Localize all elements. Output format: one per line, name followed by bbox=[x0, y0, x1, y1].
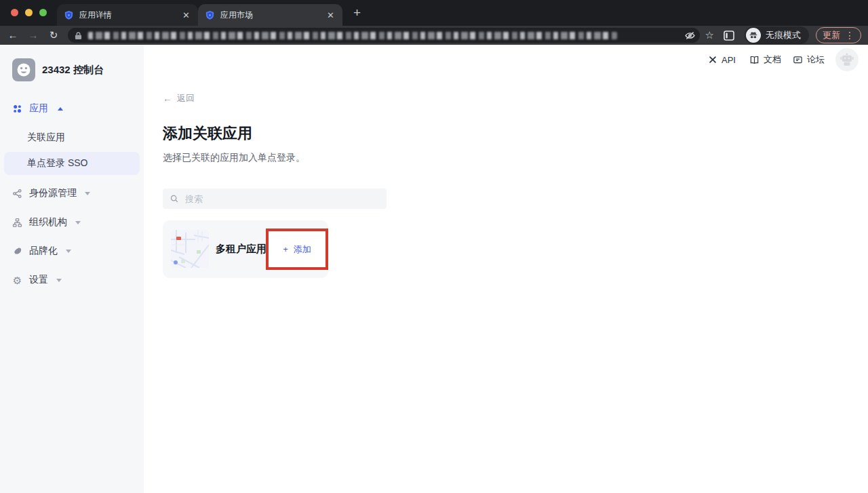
incognito-badge: 无痕模式 bbox=[745, 26, 809, 44]
new-tab-button[interactable]: + bbox=[351, 5, 363, 20]
screenshot-root: 应用详情 ✕ 应用市场 ✕ + ← → ↻ bbox=[0, 0, 868, 493]
incognito-label: 无痕模式 bbox=[766, 29, 801, 41]
address-bar[interactable] bbox=[68, 28, 700, 43]
browser-tab-app-detail[interactable]: 应用详情 ✕ bbox=[57, 4, 198, 26]
toolbar-right-controls: ☆ 无痕模式 更新 bbox=[679, 26, 868, 45]
sidebar-item-label: 设置 bbox=[29, 274, 48, 286]
sidebar-item-settings[interactable]: ⚙ 设置 bbox=[12, 273, 62, 287]
back-arrow-icon: ← bbox=[163, 94, 172, 103]
caret-down-icon bbox=[75, 221, 81, 224]
zoom-window-button[interactable] bbox=[39, 9, 47, 16]
browser-tab-app-market[interactable]: 应用市场 ✕ bbox=[198, 4, 342, 26]
sidebar-item-apps[interactable]: 应用 bbox=[12, 102, 63, 115]
tab-close-icon[interactable]: ✕ bbox=[326, 9, 336, 21]
forward-nav-icon[interactable]: → bbox=[26, 28, 41, 42]
api-link[interactable]: API bbox=[708, 53, 736, 66]
tab-title: 应用市场 bbox=[220, 9, 320, 21]
sidebar-item-label: 组织机构 bbox=[29, 216, 67, 229]
docs-link[interactable]: 文档 bbox=[749, 53, 781, 66]
brush-blob-icon bbox=[12, 246, 22, 256]
tab-close-icon[interactable]: ✕ bbox=[181, 9, 191, 21]
sidebar-item-label: 关联应用 bbox=[27, 132, 65, 144]
gear-icon: ⚙ bbox=[12, 275, 22, 285]
sidebar-item-label: 应用 bbox=[29, 102, 48, 115]
side-panel-icon[interactable] bbox=[724, 31, 734, 41]
browser-toolbar: ← → ↻ ☆ bbox=[0, 26, 868, 45]
browser-tabstrip: 应用详情 ✕ 应用市场 ✕ + bbox=[0, 0, 868, 26]
caret-down-icon bbox=[66, 250, 71, 253]
chat-icon bbox=[793, 55, 803, 65]
incognito-icon bbox=[746, 28, 761, 43]
brand-block[interactable]: 23432 控制台 bbox=[12, 58, 104, 81]
brand-title: 23432 控制台 bbox=[42, 64, 104, 77]
caret-down-icon bbox=[85, 192, 90, 195]
sidebar-item-identity-sources[interactable]: 身份源管理 bbox=[12, 186, 90, 200]
close-window-button[interactable] bbox=[11, 9, 18, 16]
app-card-multitenant: 多租户应用 + 添加 bbox=[163, 220, 328, 278]
update-label: 更新 bbox=[823, 29, 840, 41]
sidebar: 23432 控制台 应用 关联应用 单点登录 SSO bbox=[0, 45, 144, 493]
sidebar-item-label: 身份源管理 bbox=[29, 187, 77, 199]
caret-up-icon bbox=[58, 107, 63, 111]
forum-link[interactable]: 论坛 bbox=[793, 53, 825, 66]
redacted-url-text bbox=[88, 32, 617, 39]
app-thumbnail-map bbox=[171, 230, 209, 268]
brand-logo-icon bbox=[12, 58, 35, 81]
share-icon bbox=[12, 189, 22, 199]
search-icon bbox=[170, 194, 179, 203]
api-link-label: API bbox=[722, 55, 736, 65]
search-input[interactable] bbox=[184, 193, 380, 205]
plus-icon: + bbox=[283, 244, 288, 254]
minimize-window-button[interactable] bbox=[25, 9, 33, 16]
shield-favicon bbox=[205, 10, 215, 20]
window-controls bbox=[11, 9, 47, 16]
lock-icon bbox=[75, 31, 82, 40]
back-nav-icon[interactable]: ← bbox=[5, 28, 20, 42]
add-button-label: 添加 bbox=[294, 243, 311, 256]
app-name: 多租户应用 bbox=[216, 220, 267, 278]
add-button[interactable]: + 添加 bbox=[279, 243, 315, 256]
forum-link-label: 论坛 bbox=[807, 54, 825, 66]
sidebar-item-organization[interactable]: 组织机构 bbox=[12, 216, 81, 229]
page-subtitle: 选择已关联的应用加入单点登录。 bbox=[163, 152, 305, 164]
shield-favicon bbox=[64, 10, 74, 20]
tab-title: 应用详情 bbox=[79, 9, 176, 21]
docs-link-label: 文档 bbox=[764, 54, 781, 66]
book-icon bbox=[749, 55, 760, 65]
caret-down-icon bbox=[56, 279, 62, 282]
console-app: 23432 控制台 应用 关联应用 单点登录 SSO bbox=[0, 45, 868, 493]
search-box[interactable] bbox=[163, 189, 387, 209]
back-link[interactable]: ← 返回 bbox=[163, 93, 195, 104]
api-tools-icon bbox=[708, 55, 717, 64]
reload-icon[interactable]: ↻ bbox=[46, 28, 61, 42]
sidebar-item-sso[interactable]: 单点登录 SSO bbox=[4, 152, 140, 175]
bookmark-star-icon[interactable]: ☆ bbox=[705, 29, 714, 41]
org-tree-icon bbox=[12, 218, 22, 228]
sidebar-item-label: 单点登录 SSO bbox=[27, 157, 87, 170]
user-avatar[interactable] bbox=[835, 48, 859, 71]
kebab-menu-icon[interactable]: ⋮ bbox=[845, 31, 854, 40]
sidebar-item-branding[interactable]: 品牌化 bbox=[12, 244, 71, 258]
browser-update-chip[interactable]: 更新 ⋮ bbox=[816, 27, 861, 43]
back-link-label: 返回 bbox=[177, 92, 195, 104]
page-title: 添加关联应用 bbox=[163, 123, 252, 144]
eye-off-icon[interactable] bbox=[684, 30, 696, 41]
annotation-highlight-box: + 添加 bbox=[266, 229, 328, 270]
sidebar-item-linked-apps[interactable]: 关联应用 bbox=[27, 131, 65, 144]
apps-icon bbox=[12, 104, 22, 114]
sidebar-item-label: 品牌化 bbox=[29, 245, 58, 257]
